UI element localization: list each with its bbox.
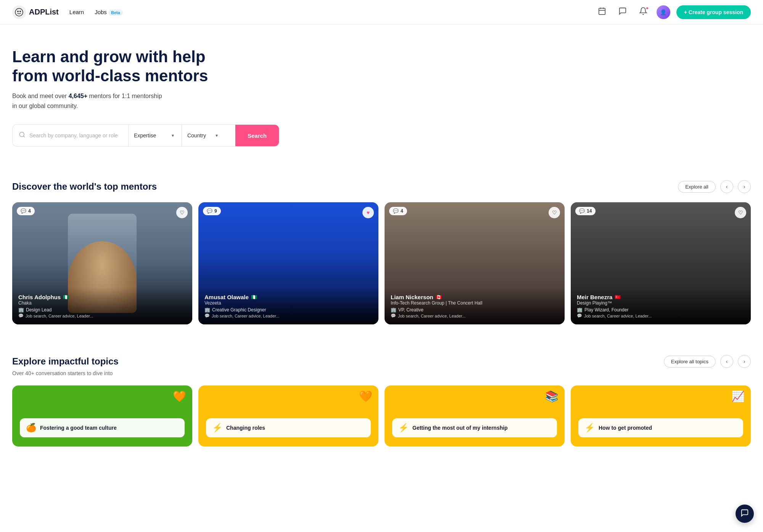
mentor-company-meir: Design Playing™ [577,300,745,306]
mentors-section: Discover the world's top mentors Explore… [0,165,763,324]
topic-emoji-internship: ⚡ [398,423,409,433]
topic-inner-changing: ⚡ Changing roles [206,418,371,437]
navbar-left: ADPList Learn Jobs Beta [12,5,123,19]
country-select-wrap[interactable]: Country USA UK India ▾ [182,125,235,146]
card-top-left-meir: 💬 14 [575,207,596,215]
topic-emoji-changing: ⚡ [212,423,222,433]
expertise-select-wrap[interactable]: Expertise Design Engineering Product ▾ [129,125,182,146]
country-select[interactable]: Country USA UK India [187,132,214,139]
session-count-liam: 💬 4 [389,207,407,215]
favorite-meir-button[interactable]: ♡ [735,207,746,218]
card-actions-liam: ♡ [549,207,560,218]
mentor-company-chris: Chaka [18,300,186,306]
mentor-company-liam: Info-Tech Research Group | The Concert H… [391,300,559,306]
search-input[interactable] [29,132,122,139]
topics-prev-button[interactable]: ‹ [720,355,733,368]
topic-inner-internship: ⚡ Getting the most out of my internship [392,418,557,437]
card-actions-meir: ♡ [735,207,746,218]
search-icon [19,131,26,140]
mentor-name-liam: Liam Nickerson 🇨🇦 [391,294,559,300]
svg-line-8 [23,136,24,137]
nav-learn[interactable]: Learn [69,9,84,15]
session-count-chris: 💬 4 [17,207,35,215]
card-actions-chris: ♡ [176,207,188,218]
search-button[interactable]: Search [235,125,279,146]
topic-card-fostering[interactable]: 🧡 🍊 Fostering a good team culture [12,385,192,447]
card-actions-amusat: ♥ [362,207,374,218]
mentors-grid: 💬 4 ♡ Chris Adolphus 🇳🇬 Chaka 🏢 Design L… [12,202,751,324]
topic-text-internship: Getting the most out of my internship [412,424,508,431]
hero-subtitle: Book and meet over 4,645+ mentors for 1:… [12,91,331,111]
logo[interactable]: ADPList [12,5,59,19]
favorite-amusat-button[interactable]: ♥ [362,207,374,218]
topic-card-promoted[interactable]: 📈 ⚡ How to get promoted [571,385,751,447]
topic-deco-fostering: 🧡 [173,390,186,403]
hero-section: Learn and grow with help from world-clas… [0,24,343,165]
nav-jobs[interactable]: Jobs Beta [95,9,123,15]
card-overlay-amusat: Amusat Olawale 🇳🇬 Vezeeta 🏢 Creative Gra… [198,288,378,324]
mentor-card-chris[interactable]: 💬 4 ♡ Chris Adolphus 🇳🇬 Chaka 🏢 Design L… [12,202,192,324]
card-top-left-chris: 💬 4 [17,207,35,215]
topic-inner-fostering: 🍊 Fostering a good team culture [20,418,185,437]
topic-inner-promoted: ⚡ How to get promoted [578,418,743,437]
card-top-left-liam: 💬 4 [389,207,407,215]
topics-grid: 🧡 🍊 Fostering a good team culture 🧡 ⚡ Ch… [12,385,751,462]
card-top-left-amusat: 💬 9 [203,207,221,215]
message-icon [618,7,627,17]
explore-all-mentors-button[interactable]: Explore all [678,181,716,193]
mentor-topics-meir: 💬 Job search, Career advice, Leader... [577,313,745,318]
card-overlay-liam: Liam Nickerson 🇨🇦 Info-Tech Research Gro… [385,288,565,324]
country-chevron-icon: ▾ [216,133,218,138]
navbar: ADPList Learn Jobs Beta [0,0,763,24]
mentors-next-button[interactable]: › [738,180,751,193]
favorite-chris-button[interactable]: ♡ [176,207,188,218]
mentor-topics-liam: 💬 Job search, Career advice, Leader... [391,313,559,318]
topic-card-changing-roles[interactable]: 🧡 ⚡ Changing roles [198,385,378,447]
messages-btn[interactable] [615,5,630,19]
calendar-btn[interactable] [595,5,609,19]
mentor-card-meir[interactable]: 💬 14 ♡ Meir Benezra 🇹🇷 Design Playing™ 🏢… [571,202,751,324]
mentor-card-liam[interactable]: 💬 4 ♡ Liam Nickerson 🇨🇦 Info-Tech Resear… [385,202,565,324]
mentor-name-chris: Chris Adolphus 🇳🇬 [18,294,186,300]
search-bar: Expertise Design Engineering Product ▾ C… [12,124,279,147]
mentors-section-controls: Explore all ‹ › [678,180,751,193]
topic-emoji-fostering: 🍊 [26,423,36,433]
mentor-topics-chris: 💬 Job search, Career advice, Leader... [18,313,186,318]
mentor-card-amusat[interactable]: 💬 9 ♥ Amusat Olawale 🇳🇬 Vezeeta 🏢 Creati… [198,202,378,324]
mentor-role-amusat: 🏢 Creative Graphic Designer [204,307,372,313]
topic-card-internship[interactable]: 📚 ⚡ Getting the most out of my internshi… [385,385,565,447]
notification-badge [645,6,649,10]
notifications-btn[interactable] [636,5,650,19]
logo-icon [12,5,26,19]
svg-point-7 [19,132,24,137]
topic-text-changing: Changing roles [226,424,265,431]
expertise-select[interactable]: Expertise Design Engineering Product [134,132,170,139]
topics-section-controls: Explore all topics ‹ › [664,355,751,368]
session-count-meir: 💬 14 [575,207,596,215]
card-overlay-chris: Chris Adolphus 🇳🇬 Chaka 🏢 Design Lead 💬 … [12,288,192,324]
topics-next-button[interactable]: › [738,355,751,368]
svg-rect-3 [599,8,605,15]
svg-point-1 [17,11,19,12]
topics-icon: 💬 [18,313,24,318]
topics-section-header: Explore impactful topics Explore all top… [12,355,751,368]
building-icon-2: 🏢 [204,307,210,313]
chat-icon: 💬 [21,208,26,214]
mentor-name-meir: Meir Benezra 🇹🇷 [577,294,745,300]
chevron-right-icon: › [744,184,745,190]
topic-text-promoted: How to get promoted [599,424,652,431]
explore-all-topics-button[interactable]: Explore all topics [664,356,716,368]
mentors-prev-button[interactable]: ‹ [720,180,733,193]
create-group-session-button[interactable]: + Create group session [676,5,751,19]
logo-text: ADPList [29,8,59,16]
topic-deco-changing: 🧡 [359,390,372,403]
mentor-company-amusat: Vezeeta [204,300,372,306]
avatar[interactable]: 👤 [657,5,670,19]
mentor-role-chris: 🏢 Design Lead [18,307,186,313]
topic-deco-internship: 📚 [545,390,559,403]
favorite-liam-button[interactable]: ♡ [549,207,560,218]
chevron-left-icon: ‹ [726,184,728,190]
topics-section-title: Explore impactful topics [12,356,119,367]
beta-badge: Beta [108,10,123,16]
mentors-section-title: Discover the world's top mentors [12,181,157,192]
